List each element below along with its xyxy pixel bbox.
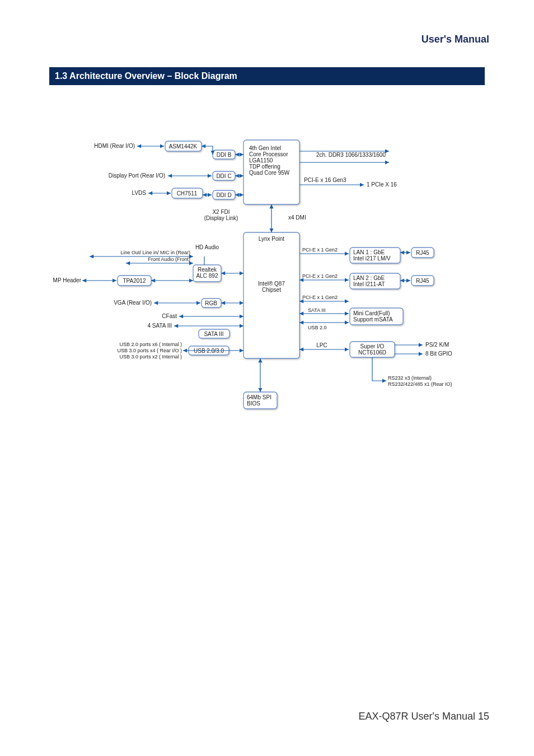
lbl-pcie1c: PCI-E x 1 Gen2 xyxy=(302,295,338,300)
lbl-x4dmi: x4 DMI xyxy=(288,214,306,221)
ddid-text: DDI D xyxy=(216,192,231,198)
rj45b-text: RJ45 xyxy=(416,278,429,284)
lbl-lynx: Lynx Point xyxy=(259,236,285,242)
lbl-pcie1b: PCI-E x 1 Gen2 xyxy=(302,273,338,279)
lbl-lpc: LPC xyxy=(316,342,327,348)
tpa-text: TPA2012 xyxy=(123,278,146,284)
lbl-frontaudio: Front Audio (Front) xyxy=(148,256,190,262)
lan2-text: LAN 2 : GbEIntel I211-AT xyxy=(353,275,385,287)
lbl-lvds: LVDS xyxy=(132,190,147,196)
lbl-dp: Display Port (Rear I/O) xyxy=(109,172,165,179)
ddic-text: DDI C xyxy=(216,173,231,179)
asm-text: ASM1442K xyxy=(169,143,198,150)
lbl-amp: AMP Header xyxy=(53,277,82,283)
sataiii-text: SATA III xyxy=(204,331,223,337)
block-diagram: 4th Gen IntelCore ProcessorLGA1150TDP of… xyxy=(53,123,484,420)
page: User's Manual 1.3 Architecture Overview … xyxy=(0,0,534,756)
lbl-usb20-bus: USB 2.0 xyxy=(308,325,327,330)
block-chipset xyxy=(243,232,299,358)
lbl-ps2: PS/2 K/M xyxy=(425,342,449,348)
lbl-ddr3: 2ch. DDR3 1066/1333/1600 xyxy=(316,152,386,158)
lbl-x2fdi: X2 FDI(Display Link) xyxy=(204,209,238,221)
lbl-cfast: CFast xyxy=(162,313,177,319)
lbl-lineout: Line Out/ Line in/ MIC in (Rear) xyxy=(120,250,190,255)
rgb-text: RGB xyxy=(205,300,217,306)
lbl-pcie16slot: 1 PCIe X 16 xyxy=(367,181,397,188)
lbl-hdaudio: HD Audio xyxy=(195,244,219,250)
lbl-gpio: 8 Bit GPIO xyxy=(425,351,452,357)
realtek-text: RealtekALC 892 xyxy=(196,267,218,279)
rj45a-text: RJ45 xyxy=(416,250,429,256)
ch7511-text: CH7511 xyxy=(177,190,198,197)
section-bar: 1.3 Architecture Overview – Block Diagra… xyxy=(49,67,485,85)
ddib-text: DDI B xyxy=(217,152,232,158)
superio-text: Super I/ONCT6106D xyxy=(358,343,386,356)
page-title: User's Manual xyxy=(421,34,489,45)
footer-text: EAX-Q87R User's Manual 15 xyxy=(358,711,489,722)
lbl-pcie1a: PCI-E x 1 Gen2 xyxy=(302,247,338,253)
lbl-sataiii-bus: SATA III xyxy=(308,307,326,313)
lbl-usbnote: USB 2.0 ports x6 ( Internal )USB 3.0 por… xyxy=(117,342,182,360)
lbl-sata4: 4 SATA III xyxy=(147,323,172,329)
lbl-vga: VGA (Rear I/O) xyxy=(114,300,152,306)
minicard-text: Mini Card(Full)Support mSATA xyxy=(353,310,393,323)
lbl-rs: RS232 x3 (Internal)RS232/422/485 x1 (Rea… xyxy=(388,375,452,387)
lbl-hdmi: HDMI (Rear I/O) xyxy=(94,143,135,149)
lbl-pcie16bus: PCI-E x 16 Gen3 xyxy=(304,177,346,183)
